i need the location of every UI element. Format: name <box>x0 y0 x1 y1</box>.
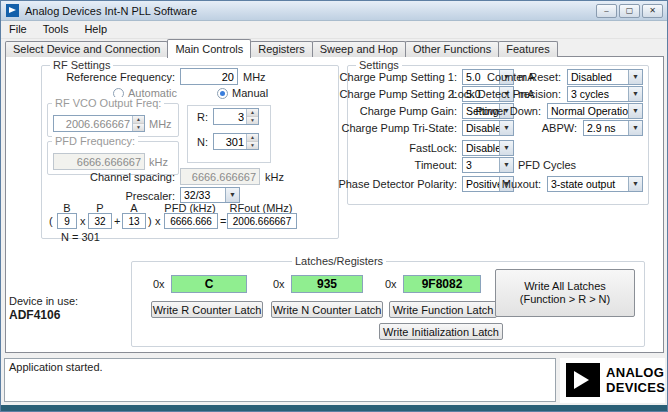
n-counter-label: N: <box>197 136 208 148</box>
rf-vco-output-freq-legend: RF VCO Output Freq: <box>52 97 164 109</box>
reference-frequency-input[interactable] <box>180 68 238 85</box>
p-value-box[interactable] <box>88 213 112 229</box>
adi-logo-text: ANALOG DEVICES <box>606 365 665 395</box>
menu-help[interactable]: Help <box>76 21 115 38</box>
settings-legend: Settings <box>356 59 402 71</box>
r-counter-value[interactable] <box>214 109 246 124</box>
power-down-label: Power Down: <box>476 105 541 117</box>
r-latch-value[interactable] <box>171 275 247 293</box>
tab-other-functions[interactable]: Other Functions <box>405 41 499 57</box>
power-down-value: Normal Operation <box>548 104 628 118</box>
write-function-latch-button[interactable]: Write Function Latch <box>389 301 497 318</box>
close-button[interactable]: ✕ <box>642 4 663 18</box>
muxout-select[interactable]: 3-state output ▼ <box>547 176 643 192</box>
muxout-label: Muxout: <box>502 178 541 190</box>
chevron-down-icon[interactable]: ▼ <box>628 177 642 191</box>
n-latch-value[interactable] <box>291 275 363 293</box>
spinner-up-icon[interactable]: ▲ <box>247 109 258 116</box>
status-log[interactable]: Application started. <box>4 358 556 402</box>
abpw-label: ABPW: <box>542 122 577 134</box>
timeout-unit: PFD Cycles <box>518 159 576 171</box>
a-value-box[interactable] <box>122 213 146 229</box>
counter-reset-label: Counter Reset: <box>487 71 561 83</box>
n-counter-value[interactable] <box>214 134 246 149</box>
adi-triangle-icon <box>566 363 600 397</box>
channel-spacing-label: Channel spacing: <box>90 171 175 183</box>
function-latch-value[interactable] <box>403 275 481 293</box>
write-r-counter-latch-button[interactable]: Write R Counter Latch <box>151 301 263 318</box>
close-paren: ) <box>148 215 152 227</box>
reference-frequency-unit: MHz <box>243 71 266 83</box>
chevron-down-icon[interactable]: ▼ <box>499 121 513 135</box>
lock-detect-precision-value: 3 cycles <box>568 87 628 101</box>
manual-label[interactable]: Manual <box>232 87 268 99</box>
maximize-button[interactable]: ▢ <box>619 4 640 18</box>
app-icon <box>6 4 19 17</box>
phase-detector-polarity-label: Phase Detector Polarity: <box>338 178 457 190</box>
write-all-latches-label-line2: (Function > R > N) <box>520 293 610 306</box>
chevron-down-icon[interactable]: ▼ <box>499 158 513 172</box>
charge-pump-setting-1-label: Charge Pump Setting 1: <box>340 71 457 83</box>
pfd-value-box[interactable] <box>164 213 218 229</box>
fastlock-select[interactable]: Disabled ▼ <box>462 140 514 156</box>
spinner-down-icon[interactable]: ▼ <box>247 116 258 124</box>
adi-logo-line1: ANALOG <box>606 365 664 380</box>
r-counter-spinner[interactable]: ▲▼ <box>246 109 258 124</box>
rf-vco-spinner[interactable]: ▲▼ <box>132 116 144 131</box>
power-down-select[interactable]: Normal Operation ▼ <box>547 103 643 119</box>
n-counter-input[interactable]: ▲▼ <box>213 133 259 150</box>
spinner-down-icon[interactable]: ▼ <box>247 141 258 149</box>
latches-registers-legend: Latches/Registers <box>292 255 386 267</box>
rf-vco-output-freq-input[interactable]: ▲▼ <box>53 115 145 132</box>
minimize-button[interactable]: – <box>596 4 617 18</box>
menu-file[interactable]: File <box>1 21 35 38</box>
lock-detect-precision-select[interactable]: 3 cycles ▼ <box>567 86 643 102</box>
titlebar[interactable]: Analog Devices Int-N PLL Software – ▢ ✕ <box>1 1 667 21</box>
equals-sign: = <box>220 215 226 227</box>
spinner-down-icon[interactable]: ▼ <box>133 123 144 131</box>
r-latch-hex-prefix: 0x <box>153 278 165 290</box>
menubar: File Tools Help <box>1 21 667 39</box>
chevron-down-icon[interactable]: ▼ <box>628 104 642 118</box>
tab-sweep-and-hop[interactable]: Sweep and Hop <box>312 41 406 57</box>
chevron-down-icon[interactable]: ▼ <box>628 70 642 84</box>
spinner-up-icon[interactable]: ▲ <box>133 116 144 123</box>
r-counter-input[interactable]: ▲▼ <box>213 108 259 125</box>
tab-main-controls[interactable]: Main Controls <box>167 39 251 58</box>
tab-features[interactable]: Features <box>498 41 557 57</box>
charge-pump-tri-state-select[interactable]: Disabled ▼ <box>462 120 514 136</box>
tab-registers[interactable]: Registers <box>250 41 312 57</box>
timeout-select[interactable]: 3 ▼ <box>462 157 514 173</box>
tabstrip: Select Device and Connection Main Contro… <box>5 39 557 57</box>
rf-vco-output-freq-value[interactable] <box>54 116 132 131</box>
muxout-value: 3-state output <box>548 177 628 191</box>
menu-tools[interactable]: Tools <box>35 21 77 38</box>
tab-select-device-and-connection[interactable]: Select Device and Connection <box>5 41 168 57</box>
abpw-select[interactable]: 2.9 ns ▼ <box>583 120 643 136</box>
reference-frequency-label: Reference Frequency: <box>66 71 175 83</box>
write-initialization-latch-button[interactable]: Write Initialization Latch <box>379 323 503 340</box>
charge-pump-tri-state-label: Charge Pump Tri-State: <box>341 122 457 134</box>
rf-settings-legend: RF Settings <box>50 59 113 71</box>
chevron-down-icon[interactable]: ▼ <box>499 141 513 155</box>
write-all-latches-label-line1: Write All Latches <box>524 280 606 293</box>
write-n-counter-latch-button[interactable]: Write N Counter Latch <box>271 301 383 318</box>
pfd-frequency-unit: kHz <box>149 156 168 168</box>
prescaler-label: Prescaler: <box>125 190 175 202</box>
status-text: Application started. <box>9 361 103 373</box>
prescaler-select[interactable]: 32/33 ▼ <box>180 187 240 203</box>
chevron-down-icon[interactable]: ▼ <box>225 188 239 202</box>
write-all-latches-button[interactable]: Write All Latches (Function > R > N) <box>495 269 635 317</box>
spinner-up-icon[interactable]: ▲ <box>247 134 258 141</box>
rfout-value-box[interactable] <box>227 213 297 229</box>
chevron-down-icon[interactable]: ▼ <box>628 121 642 135</box>
abpw-value: 2.9 ns <box>584 121 628 135</box>
charge-pump-setting-2-label: Charge Pump Setting 2: <box>340 88 457 100</box>
counter-reset-select[interactable]: Disabled ▼ <box>567 69 643 85</box>
manual-radio[interactable] <box>217 88 228 99</box>
adi-logo-line2: DEVICES <box>606 380 665 395</box>
b-value-box[interactable] <box>57 213 77 229</box>
device-name: ADF4106 <box>9 308 60 322</box>
n-counter-spinner[interactable]: ▲▼ <box>246 134 258 149</box>
chevron-down-icon[interactable]: ▼ <box>628 87 642 101</box>
